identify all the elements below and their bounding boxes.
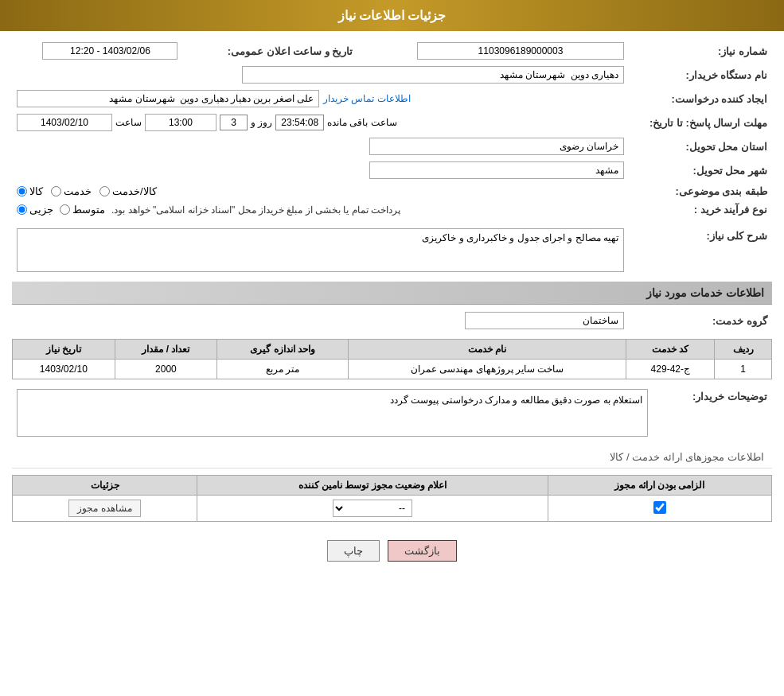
buyer-notes-value: استعلام به صورت دقیق مطالعه و مدارک درخو… — [390, 395, 642, 406]
province-label: استان محل تحویل: — [629, 134, 772, 158]
license-details-cell: مشاهده مجوز — [13, 496, 197, 522]
category-khadamat: کالا/خدمت — [99, 185, 157, 197]
contact-link[interactable]: اطلاعات تماس خریدار — [323, 93, 411, 104]
purchase-type-note: پرداخت تمام یا بخشی از مبلغ خریداز محل "… — [111, 204, 400, 216]
cell-name: ساخت سایر پروژههای مهندسی عمران — [348, 360, 626, 379]
buyer-notes-table: توضیحات خریدار: استعلام به صورت دقیق مطا… — [12, 386, 772, 440]
city-input[interactable] — [369, 161, 624, 179]
license-required-checkbox[interactable] — [653, 501, 666, 514]
buyer-label: نام دستگاه خریدار: — [629, 63, 772, 87]
page-header: جزئیات اطلاعات نیاز — [0, 0, 784, 31]
cell-code: ج-42-429 — [626, 360, 715, 379]
buyer-notes-label: توضیحات خریدار: — [653, 386, 772, 440]
days-label: روز و — [251, 117, 272, 128]
category-radio2[interactable] — [51, 186, 61, 196]
view-license-button[interactable]: مشاهده مجوز — [68, 500, 140, 517]
purchase-type-partial: جزیی — [17, 204, 53, 216]
service-table: ردیف کد خدمت نام خدمت واحد اندازه گیری ت… — [12, 339, 772, 379]
city-label: شهر محل تحویل: — [629, 158, 772, 182]
category-radio3-label: کالا/خدمت — [112, 185, 157, 197]
license-status-cell: -- — [197, 496, 548, 522]
footer-buttons: بازگشت چاپ — [12, 528, 772, 574]
col-code: کد خدمت — [626, 340, 715, 360]
buyer-notes-box: استعلام به صورت دقیق مطالعه و مدارک درخو… — [17, 389, 648, 437]
cell-qty: 2000 — [115, 360, 217, 379]
category-label: طبقه بندی موضوعی: — [629, 182, 772, 200]
license-section-title: اطلاعات مجوزهای ارائه خدمت / کالا — [12, 446, 772, 469]
creator-input[interactable] — [17, 90, 319, 107]
announce-input[interactable] — [42, 42, 177, 60]
license-col-details: جزئیات — [13, 476, 197, 496]
page-title: جزئیات اطلاعات نیاز — [338, 9, 447, 22]
service-group-table: گروه خدمت: — [12, 309, 772, 332]
remaining-days: 3 — [220, 115, 248, 130]
cell-row: 1 — [715, 360, 772, 379]
category-radio1[interactable] — [17, 186, 27, 196]
description-table: شرح کلی نیاز: تهیه مصالح و اجرای جدول و … — [12, 225, 772, 275]
table-row: 1 ج-42-429 ساخت سایر پروژههای مهندسی عمر… — [13, 360, 772, 379]
category-goods: کالا — [17, 185, 43, 197]
col-row: ردیف — [715, 340, 772, 360]
license-status-select[interactable]: -- — [333, 500, 412, 517]
back-button[interactable]: بازگشت — [388, 540, 457, 562]
print-button[interactable]: چاپ — [327, 540, 380, 562]
category-service: خدمت — [51, 185, 92, 197]
category-radio3[interactable] — [99, 186, 110, 196]
cell-date: 1403/02/10 — [13, 360, 115, 379]
col-name: نام خدمت — [348, 340, 626, 360]
need-desc-label: شرح کلی نیاز: — [629, 225, 772, 275]
service-group-input[interactable] — [465, 312, 624, 329]
remaining-label: ساعت باقی مانده — [327, 117, 397, 128]
purchase-type-radio1[interactable] — [17, 204, 27, 215]
province-input[interactable] — [369, 138, 624, 155]
time-label: ساعت — [115, 117, 142, 128]
service-section-title: اطلاعات خدمات مورد نیاز — [12, 282, 772, 305]
category-radio2-label: خدمت — [64, 185, 92, 197]
license-row: -- مشاهده مجوز — [13, 496, 772, 522]
license-col-required: الزامی بودن ارائه مجوز — [548, 476, 771, 496]
main-info-table: شماره نیاز: تاریخ و ساعت اعلان عمومی: نا… — [12, 39, 772, 219]
buyer-input[interactable] — [242, 66, 624, 84]
purchase-type-radio2[interactable] — [60, 204, 70, 215]
service-group-label: گروه خدمت: — [629, 309, 772, 332]
license-table: الزامی بودن ارائه مجوز اعلام وضعیت مجوز … — [12, 475, 772, 522]
announce-label: تاریخ و ساعت اعلان عمومی: — [182, 39, 357, 63]
need-desc-box: تهیه مصالح و اجرای جدول و خاکبرداری و خا… — [17, 228, 624, 272]
purchase-type-medium: متوسط — [60, 204, 105, 216]
need-number-label: شماره نیاز: — [629, 39, 772, 63]
license-col-status: اعلام وضعیت مجوز توسط نامین کننده — [197, 476, 548, 496]
need-number-input[interactable] — [417, 42, 624, 60]
purchase-type-radio1-label: جزیی — [29, 204, 53, 216]
cell-unit: متر مربع — [217, 360, 349, 379]
col-unit: واحد اندازه گیری — [217, 340, 349, 360]
deadline-label: مهلت ارسال پاسخ: تا تاریخ: — [629, 111, 772, 134]
remaining-time: 23:54:08 — [275, 115, 324, 130]
deadline-date-input[interactable] — [17, 114, 112, 131]
license-required-cell — [548, 496, 771, 522]
creator-label: ایجاد کننده درخواست: — [629, 87, 772, 111]
need-desc-value: تهیه مصالح و اجرای جدول و خاکبرداری و خا… — [422, 232, 618, 243]
deadline-time-input[interactable] — [145, 114, 216, 131]
purchase-type-radio2-label: متوسط — [72, 204, 105, 216]
purchase-type-label: نوع فرآیند خرید : — [629, 200, 772, 219]
license-section-link[interactable]: اطلاعات مجوزهای ارائه خدمت / کالا — [610, 451, 764, 463]
col-date: تاریخ نیاز — [13, 340, 115, 360]
category-radio1-label: کالا — [29, 185, 43, 197]
col-qty: تعداد / مقدار — [115, 340, 217, 360]
